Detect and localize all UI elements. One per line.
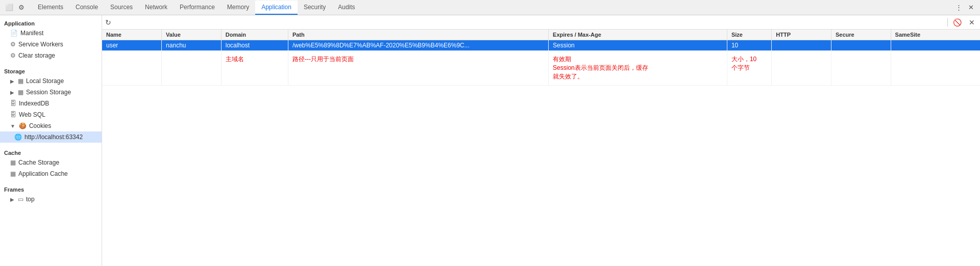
sidebar-item-icon: 📄 bbox=[10, 30, 18, 37]
sidebar-section-cache: Cache bbox=[0, 147, 102, 157]
settings-icon[interactable]: ⚙ bbox=[16, 3, 27, 13]
tab-elements[interactable]: Elements bbox=[32, 1, 69, 15]
tab-network[interactable]: Network bbox=[139, 1, 174, 15]
dock-icon[interactable]: ⬜ bbox=[4, 3, 14, 13]
expand-arrow: ▼ bbox=[10, 123, 15, 129]
tab-performance[interactable]: Performance bbox=[174, 1, 221, 15]
annotation-samesite bbox=[891, 51, 980, 86]
annotation-name bbox=[102, 51, 162, 86]
tab-audits[interactable]: Audits bbox=[332, 1, 361, 15]
tab-memory[interactable]: Memory bbox=[221, 1, 255, 15]
cell-expires: Session bbox=[549, 40, 727, 51]
sidebar-item-manifest[interactable]: 📄Manifest bbox=[0, 28, 102, 39]
cookies-table: NameValueDomainPathExpires / Max-AgeSize… bbox=[102, 30, 980, 86]
sidebar: Application📄Manifest⚙Service Workers⚙Cle… bbox=[0, 15, 102, 266]
sidebar-item-icon: ▦ bbox=[18, 89, 23, 96]
tab-bar: ElementsConsoleSourcesNetworkPerformance… bbox=[32, 0, 361, 15]
col-header-secure[interactable]: Secure bbox=[831, 30, 891, 40]
sidebar-item-icon: 🌐 bbox=[14, 134, 22, 141]
sidebar-item-label: http://localhost:63342 bbox=[24, 134, 83, 141]
expand-arrow: ▶ bbox=[10, 78, 14, 84]
sidebar-item-service-workers[interactable]: ⚙Service Workers bbox=[0, 39, 102, 50]
sidebar-item-indexeddb[interactable]: 🗄IndexedDB bbox=[0, 98, 102, 109]
sidebar-item-label: Service Workers bbox=[18, 41, 63, 48]
refresh-icon[interactable]: ↻ bbox=[105, 18, 111, 26]
sidebar-item-session-storage[interactable]: ▶▦Session Storage bbox=[0, 87, 102, 98]
cookies-table-container: NameValueDomainPathExpires / Max-AgeSize… bbox=[102, 30, 980, 266]
close-icon[interactable]: ✕ bbox=[966, 3, 976, 13]
table-header: NameValueDomainPathExpires / Max-AgeSize… bbox=[102, 30, 980, 40]
sidebar-item-label: Web SQL bbox=[19, 111, 45, 118]
top-bar: ⬜ ⚙ ElementsConsoleSourcesNetworkPerform… bbox=[0, 0, 980, 15]
sidebar-item-label: Cache Storage bbox=[18, 159, 59, 166]
sidebar-item-clear-storage[interactable]: ⚙Clear storage bbox=[0, 50, 102, 61]
sidebar-item-icon: 🗄 bbox=[10, 100, 16, 107]
sidebar-section-frames: Frames bbox=[0, 183, 102, 194]
sidebar-item-label: Cookies bbox=[29, 122, 51, 129]
sidebar-item-application-cache[interactable]: ▦Application Cache bbox=[0, 168, 102, 179]
filter-bar: ↻ 🚫 ✕ bbox=[102, 15, 980, 30]
col-header-size[interactable]: Size bbox=[727, 30, 771, 40]
sidebar-item-cookies[interactable]: ▼🍪Cookies bbox=[0, 120, 102, 131]
col-header-expires[interactable]: Expires / Max-Age bbox=[549, 30, 727, 40]
sidebar-item-icon: ▦ bbox=[10, 159, 16, 166]
sidebar-item-icon: ⚙ bbox=[10, 52, 16, 59]
sidebar-item-http-localhost-63342[interactable]: 🌐http://localhost:63342 bbox=[0, 131, 102, 143]
cell-samesite bbox=[891, 40, 980, 51]
clear-icon[interactable]: ✕ bbox=[967, 17, 977, 28]
sidebar-separator bbox=[0, 143, 102, 147]
top-bar-right: ⋮ ✕ bbox=[953, 3, 976, 13]
annotation-path: 路径---只用于当前页面 bbox=[288, 51, 548, 86]
expand-arrow: ▶ bbox=[10, 90, 14, 95]
content-area: ↻ 🚫 ✕ NameValueDomainPathExpires / Max-A… bbox=[102, 15, 980, 266]
sidebar-separator bbox=[0, 205, 102, 209]
tab-security[interactable]: Security bbox=[298, 1, 332, 15]
table-body: usernanchulocalhost/web%E5%89%8D%E7%AB%A… bbox=[102, 40, 980, 86]
more-icon[interactable]: ⋮ bbox=[953, 3, 964, 13]
annotation-value bbox=[162, 51, 222, 86]
col-header-name[interactable]: Name bbox=[102, 30, 162, 40]
cell-path: /web%E5%89%8D%E7%AB%AF-2020%E5%B9%B4%E6%… bbox=[288, 40, 548, 51]
divider bbox=[947, 18, 948, 26]
sidebar-item-label: Application Cache bbox=[18, 170, 68, 177]
sidebar-section-application: Application bbox=[0, 17, 102, 28]
sidebar-item-top[interactable]: ▶▭top bbox=[0, 194, 102, 205]
filter-input[interactable] bbox=[114, 19, 944, 26]
tab-console[interactable]: Console bbox=[69, 1, 104, 15]
col-header-domain[interactable]: Domain bbox=[221, 30, 288, 40]
block-icon[interactable]: 🚫 bbox=[951, 17, 964, 28]
cell-size: 10 bbox=[727, 40, 771, 51]
expand-arrow: ▶ bbox=[10, 197, 14, 202]
col-header-http[interactable]: HTTP bbox=[772, 30, 831, 40]
sidebar-section-storage: Storage bbox=[0, 65, 102, 75]
col-header-value[interactable]: Value bbox=[162, 30, 222, 40]
sidebar-item-label: IndexedDB bbox=[19, 100, 49, 107]
sidebar-item-local-storage[interactable]: ▶▦Local Storage bbox=[0, 75, 102, 87]
annotation-domain: 主域名 bbox=[221, 51, 288, 86]
table-row[interactable]: usernanchulocalhost/web%E5%89%8D%E7%AB%A… bbox=[102, 40, 980, 51]
tab-application[interactable]: Application bbox=[255, 1, 298, 15]
sidebar-separator bbox=[0, 179, 102, 183]
cell-domain: localhost bbox=[221, 40, 288, 51]
col-header-path[interactable]: Path bbox=[288, 30, 548, 40]
sidebar-item-icon: 🗄 bbox=[10, 111, 16, 118]
sidebar-separator bbox=[0, 61, 102, 65]
sidebar-item-label: Session Storage bbox=[26, 89, 71, 96]
sidebar-item-icon: ▦ bbox=[10, 170, 16, 177]
annotation-row: 主域名路径---只用于当前页面有效期 Session表示当前页面关闭后，缓存 就… bbox=[102, 51, 980, 86]
sidebar-item-icon: ▦ bbox=[18, 77, 23, 85]
tab-sources[interactable]: Sources bbox=[104, 1, 139, 15]
sidebar-item-label: Local Storage bbox=[26, 77, 64, 85]
cell-name: user bbox=[102, 40, 162, 51]
cell-secure bbox=[831, 40, 891, 51]
sidebar-item-icon: ⚙ bbox=[10, 41, 16, 48]
annotation-size: 大小，10 个字节 bbox=[727, 51, 771, 86]
sidebar-item-label: Clear storage bbox=[18, 52, 55, 59]
sidebar-item-cache-storage[interactable]: ▦Cache Storage bbox=[0, 157, 102, 168]
sidebar-item-label: Manifest bbox=[20, 30, 43, 37]
main-layout: Application📄Manifest⚙Service Workers⚙Cle… bbox=[0, 15, 980, 266]
sidebar-item-icon: 🍪 bbox=[19, 122, 27, 129]
sidebar-item-web-sql[interactable]: 🗄Web SQL bbox=[0, 109, 102, 120]
col-header-samesite[interactable]: SameSite bbox=[891, 30, 980, 40]
cell-http bbox=[772, 40, 831, 51]
